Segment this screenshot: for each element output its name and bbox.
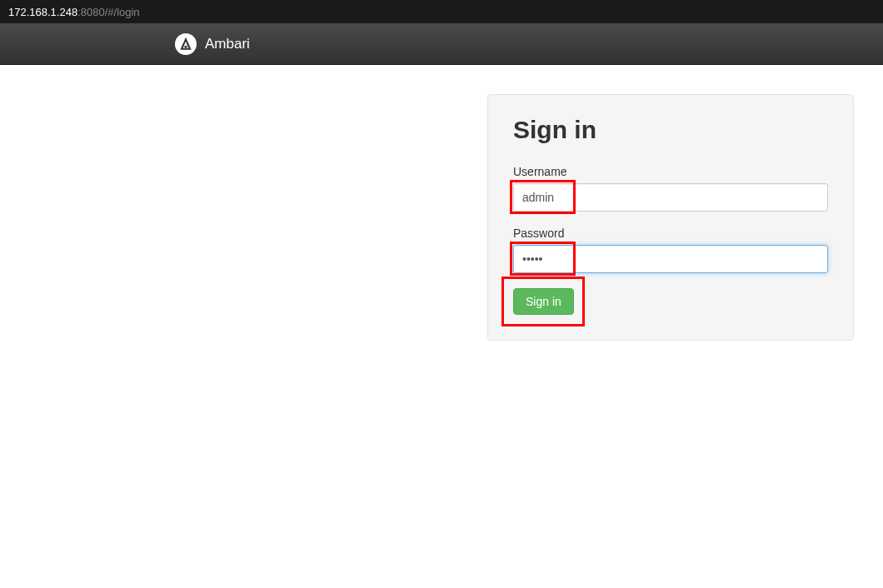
login-title: Sign in xyxy=(513,116,828,144)
password-group: Password xyxy=(513,227,828,273)
username-input[interactable] xyxy=(513,183,828,212)
url-port-path: :8080/#/login xyxy=(77,6,139,18)
signin-button[interactable]: Sign in xyxy=(513,288,574,315)
navbar: Ambari xyxy=(0,23,883,65)
username-group: Username xyxy=(513,165,828,212)
brand-text: Ambari xyxy=(205,36,250,52)
password-label: Password xyxy=(513,227,828,240)
browser-address-bar[interactable]: 172.168.1.248:8080/#/login xyxy=(0,0,883,23)
username-label: Username xyxy=(513,165,828,178)
svg-point-0 xyxy=(184,45,187,47)
password-input[interactable] xyxy=(513,245,828,273)
brand-link[interactable]: Ambari xyxy=(175,33,250,55)
url-host: 172.168.1.248 xyxy=(8,6,77,18)
ambari-logo-icon xyxy=(175,33,197,55)
page-content: Sign in Username Password Sign in xyxy=(0,65,883,341)
login-panel: Sign in Username Password Sign in xyxy=(487,94,854,341)
